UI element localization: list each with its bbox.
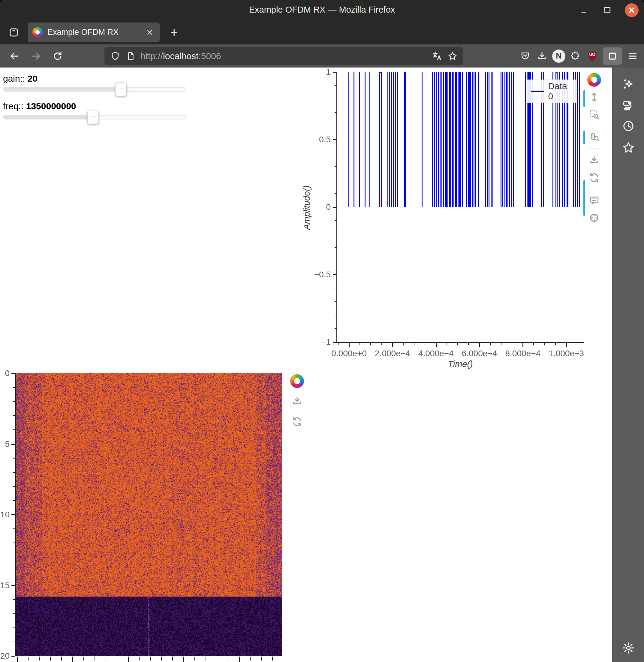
noscript-button[interactable]: N xyxy=(550,48,567,65)
reload-button[interactable] xyxy=(49,48,66,65)
ublock-icon: uO xyxy=(586,49,599,63)
back-icon xyxy=(9,51,20,61)
bookmarks-button[interactable] xyxy=(620,139,637,156)
x-minor-tick xyxy=(161,657,162,661)
downloads-button[interactable] xyxy=(533,48,550,65)
close-button[interactable] xyxy=(625,3,639,17)
tab-close-icon[interactable] xyxy=(145,27,155,38)
ai-chat-button[interactable] xyxy=(620,76,637,93)
x-minor-tick xyxy=(50,657,51,661)
menu-hamburger-icon xyxy=(627,51,638,61)
shield-icon xyxy=(111,51,120,61)
ai-chat-sparkle-icon xyxy=(622,78,635,91)
hover-tool-button[interactable] xyxy=(586,193,602,208)
window-title: Example OFDM RX — Mozilla Firefox xyxy=(0,5,644,15)
reset-tool-button[interactable] xyxy=(586,170,602,185)
box-zoom-icon xyxy=(589,109,600,120)
new-tab-button[interactable]: + xyxy=(166,25,182,40)
bookmarks-star-icon xyxy=(622,141,635,154)
menu-button[interactable] xyxy=(624,48,641,65)
translate-button[interactable] xyxy=(429,48,445,64)
x-minor-tick xyxy=(272,657,273,661)
titlebar: Example OFDM RX — Mozilla Firefox xyxy=(0,0,644,20)
history-button[interactable] xyxy=(620,117,637,135)
legend: Data 0 xyxy=(527,79,577,103)
y-minor-tick xyxy=(13,599,15,600)
box-zoom-tool-button[interactable] xyxy=(586,107,602,122)
x-major-tick xyxy=(128,657,129,662)
pan-active-indicator xyxy=(583,90,585,107)
settings-button[interactable] xyxy=(620,639,637,657)
x-minor-tick xyxy=(250,657,251,661)
reset-tool-button[interactable] xyxy=(289,414,305,429)
tab-strip: Example OFDM RX + xyxy=(0,20,644,44)
synced-tabs-button[interactable] xyxy=(620,97,637,114)
forward-button[interactable] xyxy=(28,48,44,65)
wheel-zoom-active-indicator xyxy=(583,131,585,144)
reload-icon xyxy=(52,51,63,61)
url-port: :5006 xyxy=(198,51,221,61)
x-minor-tick xyxy=(84,657,84,661)
y-minor-tick xyxy=(13,557,15,557)
wheel-zoom-icon xyxy=(589,132,600,143)
extensions-button[interactable] xyxy=(567,48,584,65)
y-minor-tick xyxy=(13,500,15,501)
bookmark-button[interactable] xyxy=(445,48,460,64)
save-tool-button[interactable] xyxy=(586,153,602,168)
reset-icon xyxy=(589,172,600,183)
ublock-button[interactable]: uO xyxy=(584,48,601,65)
maximize-button[interactable] xyxy=(601,4,614,16)
hover-crosshair-active-indicator xyxy=(583,180,585,216)
firefox-view-button[interactable] xyxy=(6,25,22,40)
bokeh-toolbar xyxy=(586,73,603,227)
y-major-tick xyxy=(12,585,15,586)
y-minor-tick xyxy=(13,472,15,473)
url-text[interactable]: http://localhost:5006 xyxy=(140,51,429,61)
y-axis-line xyxy=(15,373,16,656)
minimize-button[interactable] xyxy=(578,4,590,16)
save-tool-button[interactable] xyxy=(289,393,305,409)
x-major-tick xyxy=(239,657,240,662)
y-minor-tick xyxy=(13,415,15,416)
save-icon xyxy=(589,155,600,166)
y-major-tick xyxy=(12,656,15,657)
toolbar-separator xyxy=(589,189,599,189)
legend-line-sample xyxy=(531,91,544,92)
settings-gear-icon xyxy=(622,641,635,655)
tracking-protection-button[interactable] xyxy=(108,48,123,64)
back-button[interactable] xyxy=(6,48,23,65)
pocket-button[interactable] xyxy=(517,48,533,65)
extensions-puzzle-icon xyxy=(571,51,581,61)
x-major-tick xyxy=(72,657,73,662)
legend-label: Data 0 xyxy=(548,81,573,101)
spectrogram-image[interactable] xyxy=(16,373,282,656)
y-minor-tick xyxy=(13,627,15,628)
url-scheme: http:// xyxy=(140,51,163,61)
site-info-button[interactable] xyxy=(123,48,139,64)
toolbar-separator xyxy=(589,149,599,149)
x-minor-tick xyxy=(172,657,173,661)
bokeh-logo[interactable] xyxy=(290,374,304,388)
x-minor-tick xyxy=(117,657,117,661)
spectrogram-figure: 05101520 xyxy=(0,68,644,662)
save-icon xyxy=(292,395,302,406)
firefox-window: Example OFDM RX — Mozilla Firefox Exampl… xyxy=(0,0,644,662)
pan-tool-button[interactable] xyxy=(586,89,602,105)
tab-separator xyxy=(25,25,25,40)
y-minor-tick xyxy=(13,401,15,402)
url-host: localhost xyxy=(163,51,198,61)
y-minor-tick xyxy=(13,613,15,614)
y-minor-tick xyxy=(13,387,15,388)
crosshair-icon xyxy=(589,212,600,223)
tab-example-ofdm-rx[interactable]: Example OFDM RX xyxy=(28,23,160,42)
url-bar[interactable]: http://localhost:5006 xyxy=(105,47,463,65)
bokeh-logo[interactable] xyxy=(587,73,601,87)
x-minor-tick xyxy=(139,657,140,661)
crosshair-tool-button[interactable] xyxy=(586,210,602,226)
sidebar-toggle-button[interactable] xyxy=(601,48,624,65)
x-minor-tick xyxy=(39,657,40,661)
history-clock-icon xyxy=(622,119,635,133)
y-minor-tick xyxy=(13,429,15,430)
page-content: gain:: 20 freq:: 1350000000 Amplitude() … xyxy=(0,68,644,662)
wheel-zoom-tool-button[interactable] xyxy=(586,130,602,145)
